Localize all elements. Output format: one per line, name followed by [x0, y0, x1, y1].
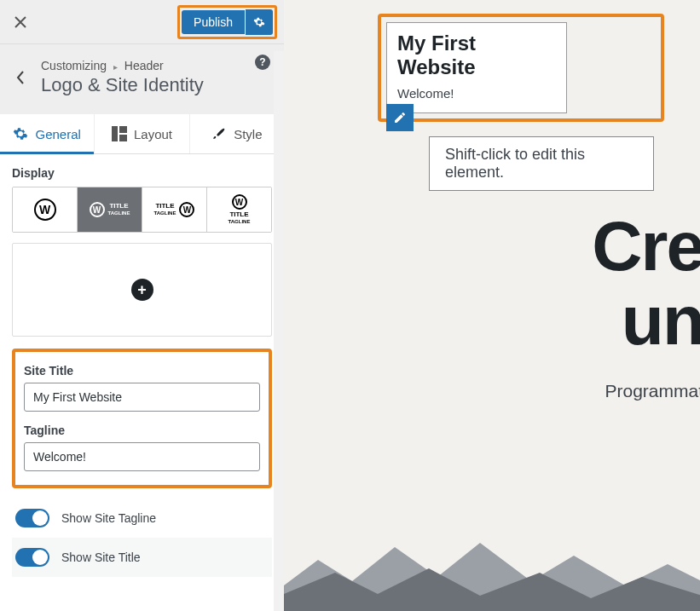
svg-rect-2 [119, 135, 127, 141]
scrollbar[interactable] [274, 51, 284, 611]
breadcrumb-parent: Header [124, 59, 164, 72]
svg-rect-1 [119, 126, 127, 133]
plus-icon: + [137, 281, 147, 299]
display-option-logo-only[interactable]: W [13, 187, 78, 232]
toggle-label: Show Site Title [61, 550, 141, 564]
tab-style[interactable]: Style [190, 114, 284, 153]
breadcrumb-prefix: Customizing [41, 59, 107, 72]
display-option-title-logo-inline[interactable]: TITLETAGLINE W [142, 187, 207, 232]
help-button[interactable]: ? [255, 55, 270, 70]
title-tagline-icon: TITLETAGLINE [108, 203, 130, 216]
gear-icon [253, 16, 265, 28]
display-option-logo-title-inline[interactable]: W TITLETAGLINE [78, 187, 142, 232]
tagline-input[interactable] [24, 442, 260, 471]
preview-tagline: Welcome! [397, 86, 556, 101]
wp-logo-icon: W [34, 199, 56, 221]
customizer-sidebar: Publish Customizing ▸ Header Logo & Site… [0, 0, 284, 611]
close-icon [14, 15, 27, 29]
background-mountains [284, 534, 700, 611]
hero-subtext: Programmat [605, 381, 700, 401]
preview-pane: Cre un Programmat My First Website Welco… [284, 0, 700, 611]
site-identity-preview[interactable]: My First Website Welcome! [386, 22, 567, 113]
edit-shortcut-button[interactable] [386, 104, 414, 131]
toggle-label: Show Site Tagline [61, 511, 156, 525]
back-button[interactable] [0, 53, 41, 102]
breadcrumb-separator-icon: ▸ [113, 62, 118, 72]
site-title-label: Site Title [24, 364, 260, 378]
panel-body: Display W W TITLETAGLINE TITLETAGLINE W … [0, 154, 284, 611]
layout-icon [112, 126, 127, 141]
top-bar: Publish [0, 0, 284, 44]
show-title-toggle[interactable] [15, 548, 49, 567]
tab-label: Layout [134, 127, 172, 141]
display-option-logo-title-stacked[interactable]: W TITLETAGLINE [207, 187, 271, 232]
display-options: W W TITLETAGLINE TITLETAGLINE W W TITLET… [12, 187, 272, 233]
tab-layout[interactable]: Layout [95, 114, 189, 153]
gear-icon [13, 126, 28, 141]
show-tagline-toggle[interactable] [15, 509, 49, 527]
breadcrumb-text: Customizing ▸ Header Logo & Site Identit… [41, 59, 204, 96]
section-title: Logo & Site Identity [41, 74, 204, 96]
publish-highlight: Publish [177, 5, 277, 39]
wp-logo-icon: W [232, 194, 247, 210]
display-label: Display [12, 166, 272, 180]
site-title-input[interactable] [24, 383, 260, 412]
pencil-icon [393, 111, 407, 124]
breadcrumb: Customizing ▸ Header Logo & Site Identit… [0, 44, 284, 114]
svg-rect-0 [112, 126, 118, 141]
toggle-row-title: Show Site Title [12, 538, 272, 577]
tabs: General Layout Style [0, 114, 284, 154]
logo-upload-area[interactable]: + [12, 243, 272, 337]
wp-logo-icon: W [90, 202, 105, 217]
close-button[interactable] [0, 0, 41, 44]
hero-heading-line2: un [622, 284, 700, 357]
title-tagline-icon: TITLETAGLINE [229, 211, 251, 225]
publish-button[interactable]: Publish [182, 10, 245, 34]
tab-label: General [35, 127, 80, 141]
identity-fields-highlight: Site Title Tagline [12, 349, 272, 488]
tab-general[interactable]: General [0, 114, 95, 153]
wp-logo-icon: W [179, 202, 194, 217]
tab-label: Style [234, 127, 262, 141]
add-logo-button[interactable]: + [131, 279, 153, 301]
toggle-row-tagline: Show Site Tagline [12, 499, 272, 538]
edit-tooltip: Shift-click to edit this element. [429, 136, 654, 191]
publish-settings-button[interactable] [246, 9, 273, 35]
chevron-left-icon [15, 70, 26, 85]
preview-header-highlight: My First Website Welcome! Shift-click to… [378, 14, 664, 122]
tagline-label: Tagline [24, 424, 260, 437]
hero-heading-line1: Cre [592, 210, 700, 283]
brush-icon [211, 126, 227, 141]
preview-site-title: My First Website [397, 32, 556, 79]
title-tagline-icon: TITLETAGLINE [154, 203, 176, 216]
